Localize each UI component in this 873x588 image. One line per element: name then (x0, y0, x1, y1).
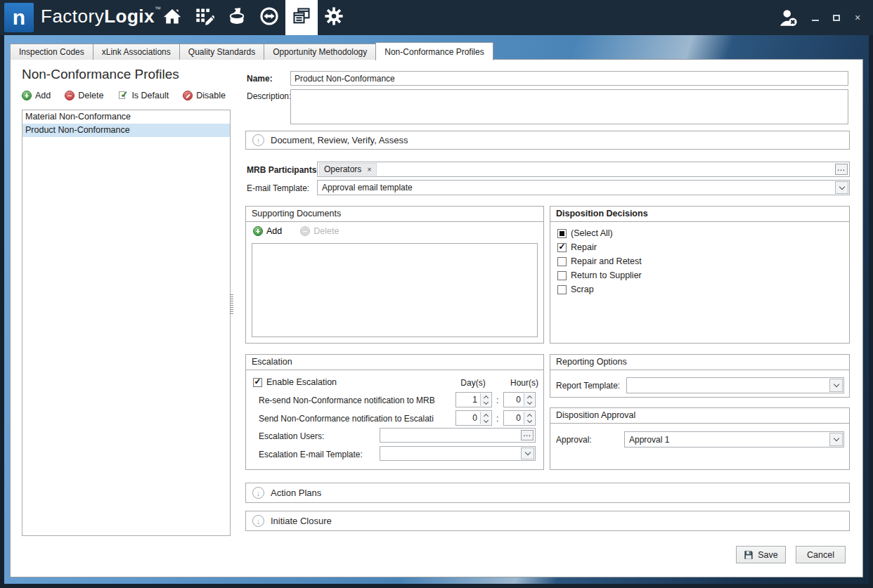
report-template-select[interactable] (626, 377, 844, 393)
enable-escalation-row[interactable]: Enable Escalation (253, 377, 337, 387)
return-supplier-checkbox[interactable] (557, 271, 567, 280)
is-default-icon: ✓ (117, 91, 128, 100)
spinner-arrows-icon[interactable] (480, 393, 491, 406)
maximize-icon (833, 15, 840, 21)
close-button[interactable]: × (852, 12, 863, 23)
add-profile-button[interactable]: Add (22, 91, 51, 100)
description-input[interactable] (290, 89, 848, 124)
enable-escalation-checkbox[interactable] (253, 378, 262, 387)
escalation-group: Escalation Enable Escalation Day(s) Hour… (245, 354, 544, 470)
select-all-label: (Select All) (571, 228, 613, 238)
add-document-label: Add (266, 226, 282, 236)
disable-profile-button[interactable]: Disable (183, 91, 226, 100)
time-colon: : (496, 414, 498, 424)
documents-list[interactable] (252, 243, 538, 337)
dropdown-button[interactable] (829, 433, 843, 446)
maximize-button[interactable] (831, 12, 842, 23)
repair-checkbox[interactable] (557, 243, 567, 252)
approval-value: Approval 1 (629, 435, 669, 445)
name-input[interactable] (290, 71, 848, 86)
days-header: Day(s) (448, 378, 498, 388)
spinner-arrows-icon[interactable] (524, 412, 534, 424)
tab-inspection-codes[interactable]: Inspection Codes (10, 44, 93, 60)
tab-opportunity-methodology[interactable]: Opportunity Methodology (264, 44, 376, 60)
is-default-button[interactable]: ✓ Is Default (117, 91, 169, 100)
approval-select[interactable]: Approval 1 (624, 431, 844, 447)
nav-document-control-button[interactable] (285, 0, 318, 35)
window-controls: × (776, 0, 863, 35)
checkbox-row-select-all[interactable]: (Select All) (557, 228, 613, 238)
reporting-options-title: Reporting Options (550, 355, 849, 370)
main-nav (156, 0, 350, 35)
add-document-button[interactable]: Add (253, 226, 282, 236)
app-window: n FactoryLogix™ (0, 0, 873, 588)
disposition-decisions-group: Disposition Decisions (Select All) Repai… (550, 206, 850, 344)
time-colon: : (496, 396, 498, 405)
chevron-down-icon (524, 450, 530, 455)
email-template-label: E-mail Template: (247, 183, 309, 193)
escalation-template-label: Escalation E-mail Template: (259, 450, 363, 459)
expand-arrow-icon: ↓ (252, 515, 264, 527)
minimize-button[interactable] (810, 12, 821, 23)
mrb-browse-button[interactable] (835, 164, 848, 175)
email-template-select[interactable]: Approval email template (317, 180, 850, 195)
escalation-users-browse-button[interactable] (521, 430, 534, 440)
checkbox-row-scrap[interactable]: Scrap (557, 285, 594, 294)
expander-document-review[interactable]: ↑ Document, Review, Verify, Assess (245, 131, 850, 150)
mrb-participants-label: MRB Participants: (247, 165, 319, 175)
checkbox-row-return-supplier[interactable]: Return to Supplier (557, 270, 642, 280)
chevron-down-icon (833, 436, 839, 441)
description-label: Description: (247, 91, 291, 101)
escalation-hours-spinner[interactable]: 0 (503, 410, 536, 426)
mrb-participants-field[interactable]: Operators × (317, 162, 850, 177)
cancel-button[interactable]: Cancel (796, 546, 846, 563)
user-logout-button[interactable] (776, 6, 800, 30)
approval-label: Approval: (556, 435, 592, 445)
content-panel: Non-Conformance Profiles Add Delete ✓ Is… (10, 59, 863, 577)
nav-transfer-button[interactable] (253, 0, 285, 35)
repair-label: Repair (571, 242, 597, 252)
titlebar: n FactoryLogix™ (0, 0, 873, 35)
repair-retest-checkbox[interactable] (557, 257, 567, 266)
nav-settings-button[interactable] (318, 0, 350, 35)
expander-action-plans[interactable]: ↓ Action Plans (245, 483, 850, 503)
panel-splitter[interactable] (230, 294, 233, 314)
tab-non-conformance-profiles[interactable]: Non-Conformance Profiles (375, 42, 493, 60)
nav-materials-button[interactable] (221, 0, 253, 35)
delete-document-button[interactable]: Delete (300, 226, 339, 236)
expander-initiate-closure[interactable]: ↓ Initiate Closure (245, 511, 850, 531)
escalation-hours-value: 0 (516, 413, 521, 423)
dropdown-button[interactable] (521, 447, 534, 459)
spinner-arrows-icon[interactable] (524, 393, 534, 406)
nav-production-edit-button[interactable] (188, 0, 221, 35)
enable-escalation-label: Enable Escalation (266, 377, 337, 387)
checkbox-row-repair[interactable]: Repair (557, 242, 597, 252)
escalation-template-select[interactable] (380, 446, 536, 461)
escalation-days-spinner[interactable]: 0 (455, 410, 492, 426)
spinner-arrows-icon[interactable] (480, 412, 491, 424)
disable-profile-label: Disable (196, 91, 226, 100)
tab-strip: Inspection Codes xLink Associations Qual… (10, 41, 493, 60)
select-all-checkbox[interactable] (557, 229, 567, 238)
disable-icon (183, 91, 193, 100)
cancel-button-label: Cancel (807, 550, 834, 560)
scrap-checkbox[interactable] (557, 285, 567, 294)
resend-days-spinner[interactable]: 1 (455, 392, 492, 407)
checkbox-row-repair-retest[interactable]: Repair and Retest (557, 256, 642, 266)
list-item-material-non-conformance[interactable]: Material Non-Conformance (22, 110, 230, 124)
tab-xlink-associations[interactable]: xLink Associations (93, 44, 180, 60)
dropdown-button[interactable] (829, 379, 843, 392)
list-item-product-non-conformance[interactable]: Product Non-Conformance (22, 124, 230, 137)
save-button[interactable]: Save (736, 546, 786, 563)
save-floppy-icon (744, 550, 754, 560)
escalation-users-field[interactable] (380, 428, 536, 443)
nav-home-button[interactable] (156, 0, 188, 35)
expander-action-plans-label: Action Plans (271, 488, 321, 498)
dropdown-button[interactable] (835, 181, 848, 194)
reporting-options-group: Reporting Options Report Template: (550, 354, 850, 398)
chip-remove-icon[interactable]: × (367, 165, 371, 174)
resend-hours-spinner[interactable]: 0 (503, 392, 536, 407)
tab-quality-standards[interactable]: Quality Standards (179, 44, 264, 60)
delete-profile-button[interactable]: Delete (65, 91, 103, 100)
hours-header: Hour(s) (503, 378, 545, 388)
